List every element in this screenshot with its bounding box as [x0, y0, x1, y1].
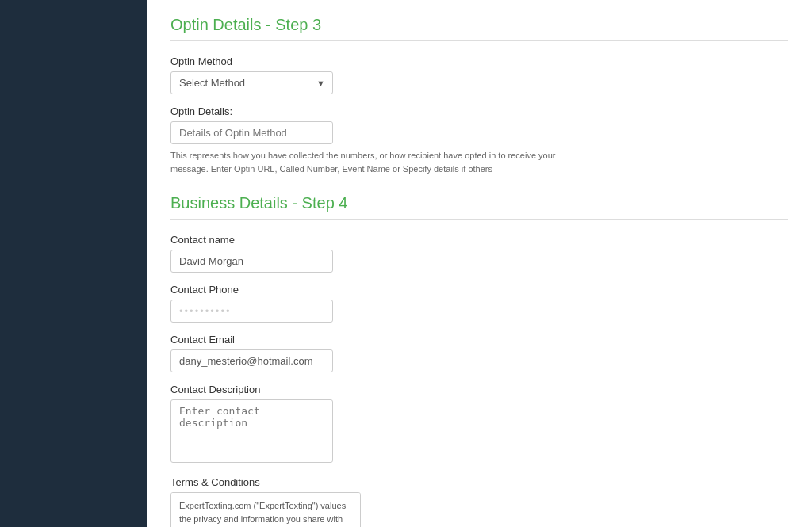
optin-method-group: Optin Method Select Method ▼ — [170, 55, 788, 94]
optin-method-label: Optin Method — [170, 55, 788, 67]
sidebar — [0, 0, 147, 527]
contact-phone-input[interactable] — [170, 300, 333, 323]
contact-description-group: Contact Description — [170, 384, 788, 465]
optin-details-group: Optin Details: This represents how you h… — [170, 105, 788, 175]
contact-description-label: Contact Description — [170, 384, 788, 395]
optin-method-select-wrapper: Select Method ▼ — [170, 71, 333, 94]
contact-description-textarea[interactable] — [170, 399, 333, 463]
terms-text: ExpertTexting.com ("ExpertTexting") valu… — [179, 499, 352, 527]
contact-phone-group: Contact Phone — [170, 284, 788, 323]
contact-name-input[interactable] — [170, 250, 333, 273]
contact-email-label: Contact Email — [170, 334, 788, 346]
contact-email-group: Contact Email — [170, 334, 788, 372]
terms-label: Terms & Conditions — [170, 476, 788, 488]
optin-section-title: Optin Details - Step 3 — [170, 16, 788, 34]
optin-details-input[interactable] — [170, 121, 333, 144]
terms-group: Terms & Conditions ExpertTexting.com ("E… — [170, 476, 788, 527]
optin-hint-text: This represents how you have collected t… — [170, 149, 567, 175]
optin-details-label: Optin Details: — [170, 105, 788, 117]
business-section-title: Business Details - Step 4 — [170, 194, 788, 212]
terms-box[interactable]: ExpertTexting.com ("ExpertTexting") valu… — [170, 492, 361, 527]
business-section: Business Details - Step 4 Contact name C… — [170, 194, 788, 527]
contact-name-label: Contact name — [170, 234, 788, 246]
main-content: Optin Details - Step 3 Optin Method Sele… — [147, 0, 812, 527]
optin-divider — [170, 40, 788, 41]
contact-email-input[interactable] — [170, 349, 333, 372]
optin-method-select[interactable]: Select Method — [170, 71, 333, 94]
optin-section: Optin Details - Step 3 Optin Method Sele… — [170, 16, 788, 175]
contact-phone-label: Contact Phone — [170, 284, 788, 296]
business-divider — [170, 219, 788, 220]
contact-name-group: Contact name — [170, 234, 788, 273]
